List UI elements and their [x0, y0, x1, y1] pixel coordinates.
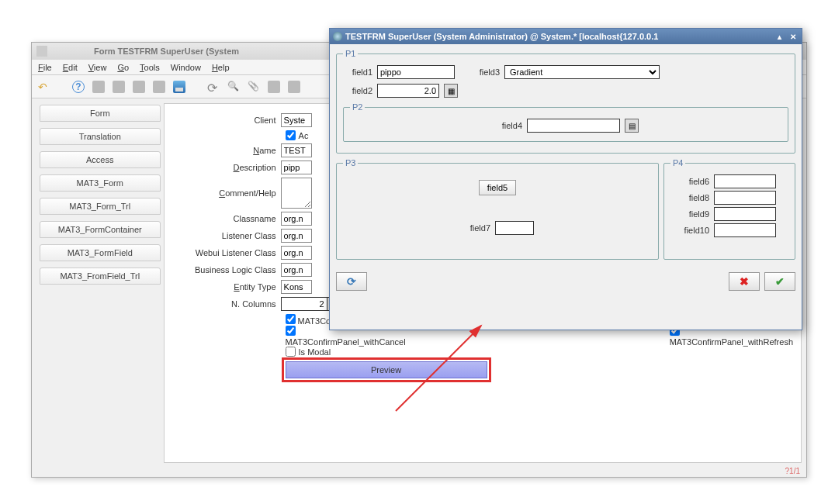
rollup-icon[interactable]: ▴ [774, 31, 785, 42]
field9-input[interactable] [714, 207, 776, 221]
sidebar-item-mat3-formcontainer[interactable]: MAT3_FormContainer [40, 221, 161, 238]
delete-icon[interactable] [133, 81, 145, 93]
field2-input[interactable] [377, 84, 439, 98]
sidebar-item-mat3-formfield[interactable]: MAT3_FormField [40, 244, 161, 261]
menu-tools[interactable]: Tools [140, 63, 160, 72]
field8-input[interactable] [714, 191, 776, 205]
p4-group: P4 field6 field8 field9 field10 [663, 158, 795, 260]
lookup-icon[interactable]: ▤ [625, 119, 639, 133]
listener-field[interactable] [281, 229, 312, 243]
p1-legend: P1 [343, 49, 358, 58]
is-modal-label: Is Modal [299, 347, 331, 357]
new-icon[interactable] [92, 81, 105, 93]
preview-button[interactable]: Preview [286, 361, 487, 378]
confirm-panel-checkbox[interactable] [286, 314, 296, 324]
ncolumns-label: N. Columns [172, 299, 281, 309]
field10-label: field10 [670, 226, 709, 235]
description-field[interactable] [281, 161, 312, 174]
sidebar: Form Translation Access MAT3_Form MAT3_F… [32, 98, 164, 463]
field3-label: field3 [470, 67, 500, 77]
sidebar-item-access[interactable]: Access [40, 151, 161, 168]
help-icon[interactable] [72, 81, 85, 93]
business-logic-field[interactable] [281, 263, 312, 277]
comment-field[interactable] [281, 178, 312, 209]
name-label: Name [172, 146, 281, 155]
is-modal-checkbox[interactable] [286, 347, 296, 357]
delete-selection-icon[interactable] [153, 81, 165, 93]
confirm-panel-cancel-checkbox[interactable] [286, 326, 296, 336]
popup-titlebar: TESTFRM SuperUser (System Administrator)… [330, 29, 802, 44]
name-field[interactable] [281, 143, 312, 157]
sidebar-item-translation[interactable]: Translation [40, 128, 161, 145]
field7-input[interactable] [495, 221, 534, 235]
confirm-panel-cancel-label: MAT3ConfirmPanel_withCancel [286, 337, 406, 347]
menu-help[interactable]: Help [212, 63, 230, 72]
sidebar-item-mat3-form-trl[interactable]: MAT3_Form_Trl [40, 198, 161, 215]
field1-input[interactable] [377, 65, 455, 79]
menu-window[interactable]: Window [171, 63, 201, 72]
p2-legend: P2 [350, 102, 365, 112]
sidebar-item-mat3-form[interactable]: MAT3_Form [40, 174, 161, 192]
field9-label: field9 [670, 209, 709, 219]
sidebar-item-form[interactable]: Form [40, 105, 161, 122]
classname-label: Classname [172, 214, 281, 223]
field5-button[interactable]: field5 [479, 180, 516, 195]
listener-label: Listener Class [172, 231, 281, 240]
p2-group: P2 field4▤ [343, 102, 788, 142]
field4-label: field4 [493, 121, 522, 130]
entity-type-field[interactable] [281, 280, 312, 294]
p4-legend: P4 [670, 158, 685, 167]
popup-footer [330, 269, 802, 297]
webui-listener-label: Webui Listener Class [172, 248, 281, 257]
status-bar: ?1/1 [785, 467, 800, 475]
preview-popup: TESTFRM SuperUser (System Administrator)… [329, 28, 802, 330]
search-icon[interactable] [227, 81, 240, 93]
client-label: Client [172, 116, 281, 125]
menu-view[interactable]: View [88, 63, 107, 72]
field1-label: field1 [343, 67, 372, 77]
business-logic-label: Business Logic Class [172, 265, 281, 274]
webui-listener-field[interactable] [281, 246, 312, 260]
description-label: Description [172, 163, 281, 172]
p1-group: P1 field1 field3Gradient field2▦ P2 fiel… [336, 49, 795, 154]
comment-label: Comment/Help [172, 188, 281, 198]
attachment-icon[interactable] [248, 81, 260, 93]
field10-input[interactable] [714, 223, 776, 237]
entity-type-label: Entity Type [172, 282, 281, 292]
active-checkbox[interactable] [286, 130, 296, 140]
cancel-button[interactable] [729, 272, 760, 291]
menu-file[interactable]: File [38, 63, 52, 72]
undo-icon[interactable] [38, 81, 50, 93]
field4-input[interactable] [527, 119, 620, 133]
p3-legend: P3 [343, 158, 358, 167]
close-icon[interactable]: ✕ [788, 31, 799, 42]
refresh-button[interactable] [336, 272, 367, 291]
refresh-icon[interactable] [207, 81, 220, 93]
globe-icon [333, 32, 342, 41]
toolbar-icon-2[interactable] [288, 81, 300, 93]
classname-field[interactable] [281, 212, 312, 226]
confirm-panel-refresh-label: MAT3ConfirmPanel_withRefresh [670, 337, 793, 347]
field6-label: field6 [670, 177, 709, 186]
field8-label: field8 [670, 193, 709, 202]
p3-group: P3 field5 field7 [336, 158, 659, 260]
field3-select[interactable]: Gradient [504, 65, 660, 79]
save-icon[interactable] [173, 81, 185, 93]
client-field[interactable] [281, 113, 312, 127]
menu-edit[interactable]: Edit [63, 63, 78, 72]
copy-icon[interactable] [113, 81, 125, 93]
toolbar-icon-1[interactable] [268, 81, 280, 93]
sidebar-item-mat3-fromfield-trl[interactable]: MAT3_FromField_Trl [40, 268, 161, 285]
system-menu-icon[interactable] [36, 46, 47, 57]
calc-icon[interactable]: ▦ [444, 84, 458, 98]
field2-label: field2 [343, 86, 372, 95]
menu-go[interactable]: Go [117, 63, 129, 72]
ncolumns-field[interactable] [281, 297, 327, 311]
ok-button[interactable] [764, 272, 795, 291]
field6-input[interactable] [714, 174, 776, 188]
active-label: Ac [299, 131, 309, 140]
field7-label: field7 [461, 223, 490, 233]
popup-title: TESTFRM SuperUser (System Administrator)… [345, 32, 771, 41]
